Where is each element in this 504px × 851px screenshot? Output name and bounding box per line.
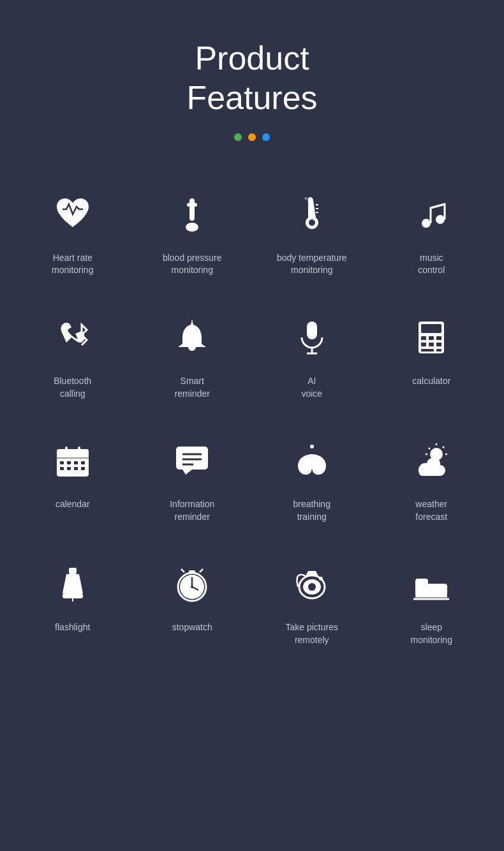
- feature-item-breathing: breathing training: [252, 419, 372, 542]
- svg-rect-30: [65, 447, 68, 453]
- feature-label-sleep: sleep monitoring: [411, 621, 452, 646]
- feature-item-weather: weather forecast: [372, 419, 492, 542]
- feature-label-heart-rate: Heart rate monitoring: [52, 252, 93, 277]
- stopwatch-icon: [170, 561, 214, 606]
- svg-rect-17: [421, 324, 441, 333]
- svg-point-63: [308, 583, 316, 591]
- svg-rect-33: [67, 461, 71, 464]
- feature-label-info-reminder: Information reminder: [170, 498, 214, 523]
- feature-label-calendar: calendar: [56, 498, 90, 511]
- svg-rect-21: [421, 343, 426, 346]
- svg-rect-53: [63, 593, 83, 598]
- feature-item-bluetooth: Bluetooth calling: [13, 296, 133, 419]
- svg-rect-13: [307, 322, 317, 339]
- svg-rect-22: [429, 343, 434, 346]
- page-title: Product Features: [186, 38, 317, 118]
- feature-label-breathing: breathing training: [293, 498, 330, 523]
- svg-rect-34: [74, 461, 78, 464]
- calendar-icon: [50, 438, 95, 483]
- svg-rect-38: [74, 467, 78, 470]
- feature-item-camera: Take pictures remotely: [252, 542, 372, 665]
- svg-point-2: [186, 223, 198, 232]
- feature-item-blood-pressure: blood pressure monitoring: [133, 173, 253, 296]
- feature-item-info-reminder: Information reminder: [133, 419, 253, 542]
- svg-rect-66: [415, 579, 428, 588]
- features-grid: Heart rate monitoringblood pressure moni…: [13, 173, 491, 666]
- svg-rect-28: [57, 453, 89, 458]
- svg-point-9: [422, 219, 431, 228]
- svg-rect-20: [436, 336, 441, 340]
- feature-label-blood-pressure: blood pressure monitoring: [163, 252, 222, 277]
- svg-rect-23: [436, 343, 441, 346]
- svg-rect-39: [81, 467, 85, 470]
- feature-item-calendar: calendar: [13, 419, 133, 542]
- feature-label-ai-voice: AI voice: [301, 375, 322, 400]
- thermometer-icon: °C: [290, 192, 334, 237]
- feature-item-ai-voice: AI voice: [252, 296, 372, 419]
- svg-line-11: [431, 204, 445, 208]
- svg-rect-19: [429, 336, 434, 340]
- feature-item-flashlight: flashlight: [13, 542, 133, 665]
- dot-orange: [248, 133, 256, 141]
- flashlight-icon: [50, 561, 95, 606]
- microphone-icon: [290, 315, 334, 360]
- feature-item-heart-rate: Heart rate monitoring: [13, 173, 133, 296]
- weather-icon: [409, 438, 454, 483]
- feature-item-sleep: sleep monitoring: [372, 542, 492, 665]
- svg-line-50: [443, 447, 444, 448]
- svg-rect-0: [189, 198, 195, 221]
- feature-label-flashlight: flashlight: [55, 621, 90, 634]
- dot-blue: [262, 133, 270, 141]
- svg-rect-25: [436, 349, 441, 352]
- svg-rect-60: [189, 570, 195, 574]
- feature-label-calculator: calculator: [412, 375, 450, 388]
- calculator-icon: [409, 315, 454, 360]
- chat-icon: [170, 438, 214, 483]
- svg-point-64: [319, 577, 323, 581]
- svg-line-51: [429, 448, 430, 449]
- dot-green: [234, 133, 242, 141]
- svg-point-4: [309, 219, 315, 226]
- bell-icon: [170, 315, 214, 360]
- bluetooth-call-icon: [50, 315, 95, 360]
- feature-label-reminder: Smart reminder: [175, 375, 210, 400]
- svg-rect-1: [187, 203, 197, 207]
- camera-icon: [290, 561, 334, 606]
- svg-point-10: [436, 215, 445, 224]
- blood-pressure-icon: [170, 192, 214, 237]
- lungs-icon: [290, 438, 334, 483]
- feature-item-music: music control: [372, 173, 492, 296]
- svg-rect-35: [81, 461, 85, 464]
- svg-rect-31: [78, 447, 80, 453]
- feature-label-music: music control: [418, 252, 445, 277]
- feature-item-reminder: Smart reminder: [133, 296, 253, 419]
- svg-rect-37: [67, 467, 71, 470]
- feature-label-camera: Take pictures remotely: [286, 621, 338, 646]
- feature-label-weather: weather forecast: [415, 498, 447, 523]
- svg-rect-32: [60, 461, 64, 464]
- heart-rate-icon: [50, 192, 95, 237]
- svg-rect-40: [176, 447, 208, 470]
- svg-rect-36: [60, 467, 64, 470]
- sleep-icon: [409, 561, 454, 606]
- feature-item-stopwatch: stopwatch: [133, 542, 253, 665]
- svg-rect-52: [69, 568, 77, 574]
- feature-label-body-temp: body temperature monitoring: [277, 252, 347, 277]
- svg-rect-24: [421, 349, 434, 352]
- feature-item-body-temp: °Cbody temperature monitoring: [252, 173, 372, 296]
- svg-text:°C: °C: [304, 196, 313, 205]
- feature-label-bluetooth: Bluetooth calling: [54, 375, 91, 400]
- feature-item-calculator: calculator: [372, 296, 492, 419]
- svg-rect-18: [421, 336, 426, 340]
- music-icon: [409, 192, 454, 237]
- decorative-dots: [234, 133, 270, 141]
- svg-point-44: [310, 445, 314, 448]
- feature-label-stopwatch: stopwatch: [172, 621, 212, 634]
